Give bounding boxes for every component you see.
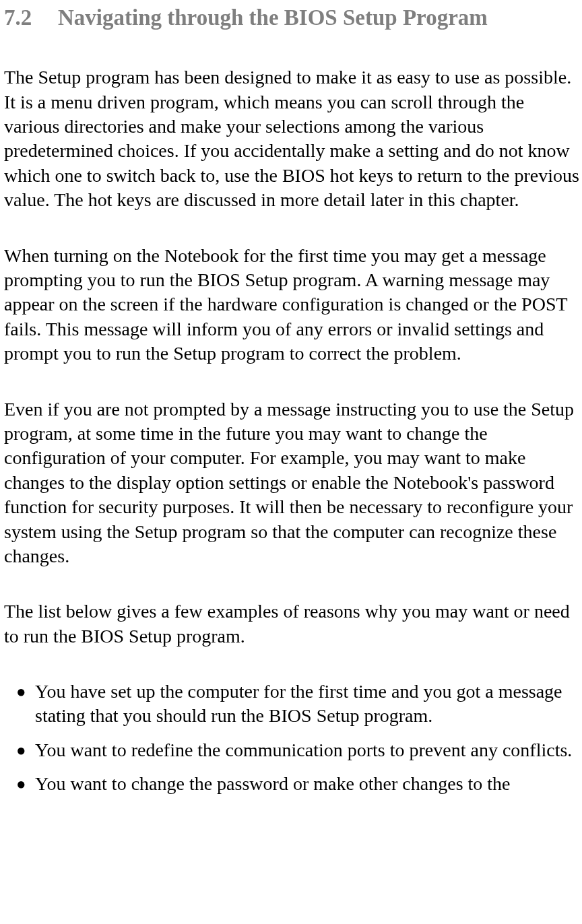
bullet-icon: ●	[16, 680, 35, 704]
bullet-icon: ●	[16, 738, 35, 762]
section-heading: 7.2 Navigating through the BIOS Setup Pr…	[4, 4, 581, 32]
bullet-list: ● You have set up the computer for the f…	[4, 680, 581, 797]
list-item-text: You have set up the computer for the fir…	[35, 680, 581, 729]
section-title: Navigating through the BIOS Setup Progra…	[58, 4, 581, 32]
paragraph-4: The list below gives a few examples of r…	[4, 599, 581, 649]
list-item-text: You want to change the password or make …	[35, 772, 581, 796]
document-page: 7.2 Navigating through the BIOS Setup Pr…	[0, 0, 582, 797]
bullet-icon: ●	[16, 772, 35, 796]
paragraph-1: The Setup program has been designed to m…	[4, 65, 581, 212]
paragraph-3: Even if you are not prompted by a messag…	[4, 397, 581, 569]
section-number: 7.2	[4, 4, 58, 32]
list-item-text: You want to redefine the communication p…	[35, 738, 581, 762]
list-item: ● You want to change the password or mak…	[16, 772, 581, 796]
paragraph-2: When turning on the Notebook for the fir…	[4, 244, 581, 366]
list-item: ● You have set up the computer for the f…	[16, 680, 581, 729]
list-item: ● You want to redefine the communication…	[16, 738, 581, 762]
